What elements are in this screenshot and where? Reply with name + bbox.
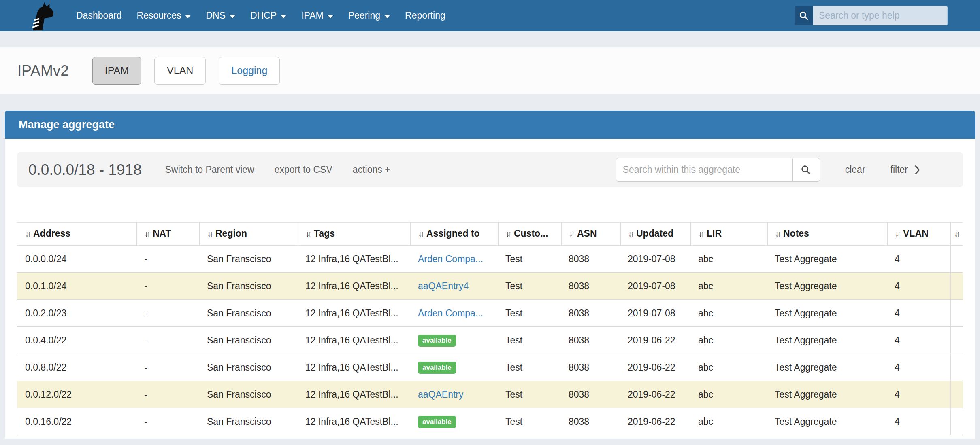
clear-link[interactable]: clear: [845, 164, 865, 175]
column-label: LIR: [707, 228, 722, 239]
column-header-vlan[interactable]: ↓↑VLAN: [887, 222, 950, 246]
nav-item-ipam[interactable]: IPAM: [301, 10, 333, 21]
column-header-updated[interactable]: ↓↑Updated: [620, 222, 691, 246]
cell-notes: Test Aggregate: [767, 273, 887, 300]
table-row[interactable]: 0.0.0.0/24-San Franscisco12 Infra,16 QAT…: [17, 246, 963, 273]
column-header-clipped[interactable]: ↓↑: [950, 222, 963, 246]
cell-tags: 12 Infra,16 QATestBl...: [298, 273, 411, 300]
assigned-link[interactable]: Arden Compa...: [418, 308, 483, 318]
cell-region: San Franscisco: [200, 273, 298, 300]
tab-vlan[interactable]: VLAN: [154, 57, 206, 85]
cell-assigned: available: [411, 327, 498, 354]
column-header-asn[interactable]: ↓↑ASN: [561, 222, 620, 246]
chevron-down-icon: [384, 15, 390, 18]
column-header-notes[interactable]: ↓↑Notes: [767, 222, 887, 246]
table-row[interactable]: 0.0.4.0/22-San Franscisco12 Infra,16 QAT…: [17, 327, 963, 354]
column-header-region[interactable]: ↓↑Region: [200, 222, 298, 246]
column-header-custo[interactable]: ↓↑Custo...: [498, 222, 561, 246]
aggregate-search-button[interactable]: [793, 158, 820, 182]
cell-asn: 8038: [561, 354, 620, 381]
export-csv-link[interactable]: export to CSV: [275, 164, 332, 175]
navbar-search-button[interactable]: [795, 6, 813, 25]
top-navbar: DashboardResourcesDNSDHCPIPAMPeeringRepo…: [0, 0, 980, 31]
tab-logging[interactable]: Logging: [219, 57, 280, 85]
table-row[interactable]: 0.0.12.0/22-San Franscisco12 Infra,16 QA…: [17, 381, 963, 408]
cell-asn: 8038: [561, 327, 620, 354]
cell-lir: abc: [691, 354, 767, 381]
nav-item-label: Resources: [137, 10, 181, 21]
column-header-assigned-to[interactable]: ↓↑Assigned to: [411, 222, 498, 246]
column-label: Notes: [783, 228, 809, 239]
chevron-right-icon: [914, 165, 920, 175]
filter-label: filter: [891, 164, 908, 175]
search-icon: [800, 164, 812, 176]
cell-updated: 2019-06-22: [620, 381, 691, 408]
nav-item-label: DHCP: [250, 10, 277, 21]
nav-item-reporting[interactable]: Reporting: [405, 10, 445, 21]
nav-item-dhcp[interactable]: DHCP: [250, 10, 286, 21]
nav-item-dashboard[interactable]: Dashboard: [76, 10, 122, 21]
table-row[interactable]: 0.0.1.0/24-San Franscisco12 Infra,16 QAT…: [17, 273, 963, 300]
aggregate-table: ↓↑Address↓↑NAT↓↑Region↓↑Tags↓↑Assigned t…: [17, 222, 963, 435]
okapi-logo[interactable]: [20, 1, 60, 30]
cell-clipped: [950, 354, 963, 381]
column-label: Address: [33, 228, 70, 239]
cell-vlan: 4: [887, 327, 950, 354]
filter-link[interactable]: filter: [891, 164, 920, 175]
column-header-tags[interactable]: ↓↑Tags: [298, 222, 411, 246]
cell-customer: Test: [498, 273, 561, 300]
column-header-address[interactable]: ↓↑Address: [17, 222, 137, 246]
cell-asn: 8038: [561, 300, 620, 327]
cell-asn: 8038: [561, 246, 620, 273]
actions-menu-link[interactable]: actions +: [353, 164, 390, 175]
column-label: NAT: [153, 228, 171, 239]
chevron-down-icon: [328, 15, 333, 18]
cell-region: San Franscisco: [200, 327, 298, 354]
column-header-nat[interactable]: ↓↑NAT: [137, 222, 200, 246]
cell-nat: -: [137, 300, 200, 327]
cell-asn: 8038: [561, 381, 620, 408]
cell-updated: 2019-06-22: [620, 354, 691, 381]
aggregate-search-input[interactable]: [616, 158, 793, 182]
cell-lir: abc: [691, 408, 767, 435]
cell-vlan: 4: [887, 408, 950, 435]
assigned-link[interactable]: aaQAEntry: [418, 389, 464, 400]
cell-customer: Test: [498, 381, 561, 408]
sort-icon: ↓↑: [145, 230, 149, 238]
cell-lir: abc: [691, 381, 767, 408]
cell-asn: 8038: [561, 408, 620, 435]
cell-customer: Test: [498, 246, 561, 273]
cell-assigned: aaQAEntry: [411, 381, 498, 408]
cell-nat: -: [137, 354, 200, 381]
table-row[interactable]: 0.0.2.0/23-San Franscisco12 Infra,16 QAT…: [17, 300, 963, 327]
cell-address: 0.0.16.0/22: [17, 408, 137, 435]
cell-notes: Test Aggregate: [767, 381, 887, 408]
cell-updated: 2019-07-08: [620, 246, 691, 273]
navbar-search-input[interactable]: [813, 6, 948, 25]
search-icon: [799, 11, 809, 21]
aggregate-label: 0.0.0.0/18 - 1918: [28, 161, 142, 178]
assigned-link[interactable]: aaQAEntry4: [418, 281, 469, 291]
assigned-link[interactable]: Arden Compa...: [418, 254, 483, 264]
cell-tags: 12 Infra,16 QATestBl...: [298, 354, 411, 381]
table-row[interactable]: 0.0.16.0/22-San Franscisco12 Infra,16 QA…: [17, 408, 963, 435]
nav-item-dns[interactable]: DNS: [206, 10, 235, 21]
nav-item-resources[interactable]: Resources: [137, 10, 191, 21]
nav-item-label: Peering: [348, 10, 380, 21]
tab-ipam[interactable]: IPAM: [92, 57, 141, 85]
nav-item-label: IPAM: [301, 10, 324, 21]
main-menu: DashboardResourcesDNSDHCPIPAMPeeringRepo…: [76, 10, 445, 21]
cell-region: San Franscisco: [200, 300, 298, 327]
available-badge: available: [418, 362, 456, 374]
cell-notes: Test Aggregate: [767, 354, 887, 381]
column-label: Updated: [636, 228, 673, 239]
table-row[interactable]: 0.0.8.0/22-San Franscisco12 Infra,16 QAT…: [17, 354, 963, 381]
column-header-lir[interactable]: ↓↑LIR: [691, 222, 767, 246]
sort-icon: ↓↑: [628, 230, 633, 238]
nav-item-peering[interactable]: Peering: [348, 10, 390, 21]
switch-parent-view-link[interactable]: Switch to Parent view: [165, 164, 254, 175]
cell-tags: 12 Infra,16 QATestBl...: [298, 246, 411, 273]
sort-icon: ↓↑: [775, 230, 780, 238]
panel-body: 0.0.0.0/18 - 1918 Switch to Parent view …: [5, 139, 975, 439]
cell-address: 0.0.12.0/22: [17, 381, 137, 408]
